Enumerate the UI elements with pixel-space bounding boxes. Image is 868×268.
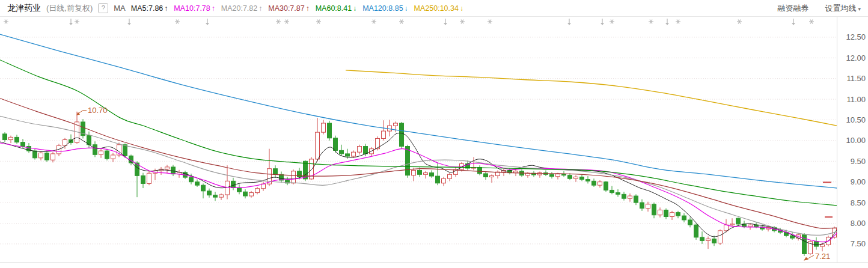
candle-body: [640, 203, 644, 209]
trend-up-icon: ↑: [164, 4, 168, 13]
candle-body: [39, 153, 43, 158]
candle-body: [418, 170, 422, 174]
event-star-icon: [809, 20, 814, 24]
y-axis-label: 12.50: [846, 32, 866, 41]
chart-mode-subtitle: (日线,前复权): [46, 3, 93, 14]
trend-up-icon: ↑: [306, 4, 310, 13]
ma120-line: [0, 34, 837, 188]
candle-body: [340, 150, 344, 154]
candle-body: [424, 173, 428, 175]
event-star-icon: [399, 20, 404, 24]
ma30-line: [0, 99, 837, 229]
ma60-line: [0, 60, 837, 206]
ma-readout-strip: MA5:7.86↑MA10:7.78↑MA20:7.82↑MA30:7.87↑M…: [131, 4, 463, 13]
trend-down-icon: ↓: [460, 4, 463, 13]
margin-trading-link[interactable]: 融资融券: [777, 3, 808, 14]
ma-readout-ma250: MA250:10.34↓: [414, 4, 463, 13]
candle-body: [412, 170, 416, 175]
candle-body: [189, 177, 194, 182]
y-axis-label: 10.00: [846, 136, 866, 145]
candle-body: [400, 123, 404, 147]
event-star-icon: [371, 20, 376, 24]
candle-body: [736, 218, 741, 224]
event-star-icon: [75, 20, 79, 24]
candle-body: [592, 181, 596, 185]
event-star-icon: [4, 20, 8, 24]
ma-readout-ma120: MA120:8.85↓: [362, 4, 408, 13]
candle-body: [316, 132, 320, 159]
candle-body: [646, 204, 650, 209]
candle-body: [249, 193, 254, 196]
chevron-down-icon: ▾: [858, 6, 861, 12]
ma-settings-label: 设置均线: [825, 4, 856, 13]
candle-body: [652, 204, 656, 215]
y-axis-label: 9.00: [851, 177, 866, 186]
event-star-icon: [610, 20, 614, 24]
y-axis-label: 10.50: [846, 115, 866, 124]
candle-body: [382, 131, 386, 138]
y-axis-label: 8.00: [851, 219, 866, 228]
candle-body: [358, 147, 362, 153]
event-arrow-head: [567, 23, 571, 25]
candle-body: [352, 152, 356, 156]
candle-body: [51, 154, 55, 160]
event-arrow-head: [206, 23, 209, 25]
candle-body: [815, 242, 819, 246]
event-arrow-head: [127, 23, 131, 25]
candle-body: [99, 151, 103, 154]
candle-body: [9, 137, 13, 139]
candle-body: [556, 174, 560, 177]
candle-body: [634, 196, 638, 203]
candle-body: [688, 220, 692, 225]
candle-body: [346, 154, 350, 156]
candle-body: [45, 153, 49, 160]
event-star-icon: [649, 20, 653, 24]
event-star-icon: [316, 20, 321, 24]
y-axis-label: 11.50: [846, 74, 866, 83]
ma-readout-ma20: MA20:7.82↑: [221, 4, 262, 13]
help-icon[interactable]: ?: [98, 3, 108, 13]
y-axis-label: 9.50: [851, 157, 866, 166]
candle-body: [664, 210, 668, 216]
candle-body: [550, 174, 554, 176]
candle-body: [243, 192, 248, 196]
candle-body: [706, 239, 711, 241]
event-star-icon: [284, 20, 289, 24]
event-arrow-head: [444, 23, 447, 25]
event-star-icon: [737, 20, 742, 24]
candle-body: [616, 193, 620, 195]
candle-body: [748, 225, 753, 227]
ma-readout-ma60: MA60:8.41↓: [316, 4, 356, 13]
candle-body: [610, 190, 614, 192]
price-chart-canvas[interactable]: 12.5012.0011.5011.0010.5010.009.509.008.…: [0, 0, 868, 268]
candle-body: [111, 155, 115, 159]
high-price-annotation: 10.70: [88, 106, 108, 115]
chart-header: 龙津药业 (日线,前复权) ? MA MA5:7.86↑MA10:7.78↑MA…: [0, 0, 868, 17]
candle-body: [730, 224, 735, 225]
event-arrow-head: [665, 23, 669, 25]
y-axis-label: 7.50: [851, 239, 866, 248]
event-arrow-head: [792, 23, 795, 25]
event-arrow-head: [69, 23, 73, 25]
low-price-annotation: 7.21: [815, 252, 830, 261]
candle-body: [598, 182, 602, 186]
event-star-icon: [175, 20, 180, 24]
candle-body: [255, 189, 260, 193]
ma-settings-dropdown[interactable]: 设置均线▾: [825, 3, 861, 14]
candle-body: [274, 169, 278, 175]
ma-indicator-label: MA: [114, 4, 126, 13]
candle-body: [231, 181, 236, 187]
candle-body: [490, 175, 494, 177]
candle-body: [682, 216, 686, 220]
candle-body: [93, 145, 97, 155]
event-star-icon: [676, 20, 680, 24]
candle-body: [3, 134, 7, 140]
candle-body: [436, 176, 440, 183]
y-axis-label: 11.00: [846, 95, 866, 104]
candle-body: [568, 175, 572, 179]
candle-body: [448, 174, 452, 178]
candle-body: [724, 225, 729, 231]
candle-body: [237, 187, 242, 192]
candle-body: [580, 177, 584, 179]
ma10-line: [0, 143, 837, 242]
